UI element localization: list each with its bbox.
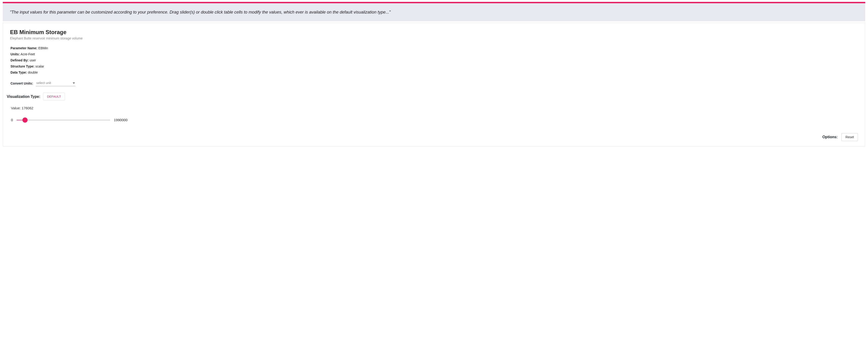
visualization-type-label: Visualization Type: — [7, 95, 40, 99]
meta-label: Data Type: — [10, 70, 27, 74]
value-label: Value: 176062 — [11, 106, 858, 110]
meta-label: Defined By: — [10, 58, 29, 62]
meta-value: Acre-Feet — [21, 52, 35, 56]
options-row: Options: Reset — [10, 133, 858, 141]
chevron-down-icon — [73, 83, 75, 84]
card-subtitle: Elephant Butte reservoir minimum storage… — [10, 36, 858, 40]
meta-label: Parameter Name: — [10, 46, 37, 50]
convert-row: Convert Units: select unit — [10, 80, 858, 86]
select-placeholder: select unit — [36, 81, 51, 85]
meta-value: scalar — [35, 64, 44, 68]
value-prefix: Value: — [11, 106, 22, 110]
meta-label: Units: — [10, 52, 20, 56]
value-slider[interactable] — [17, 120, 110, 120]
slider-thumb[interactable] — [23, 118, 28, 123]
meta-value: EBMin — [38, 46, 48, 50]
instruction-banner: "The input values for this parameter can… — [3, 3, 865, 21]
convert-units-select[interactable]: select unit — [36, 80, 75, 86]
reset-button[interactable]: Reset — [841, 133, 858, 141]
slider-min-label: 0 — [11, 118, 13, 122]
meta-label: Structure Type: — [10, 64, 34, 68]
meta-row-units: Units: Acre-Feet — [10, 52, 858, 56]
options-label: Options: — [823, 135, 838, 139]
value-number: 176062 — [22, 106, 33, 110]
convert-units-label: Convert Units: — [10, 82, 33, 85]
meta-value: double — [28, 70, 38, 74]
meta-list: Parameter Name: EBMin Units: Acre-Feet D… — [10, 46, 858, 74]
card-title: EB Minimum Storage — [10, 29, 858, 35]
parameter-card: EB Minimum Storage Elephant Butte reserv… — [3, 23, 865, 147]
slider-max-label: 1990000 — [114, 118, 127, 122]
slider-rail — [17, 120, 110, 120]
meta-row-structure-type: Structure Type: scalar — [10, 64, 858, 68]
meta-value: user — [30, 58, 36, 62]
meta-row-defined-by: Defined By: user — [10, 58, 858, 62]
visualization-type-row: Visualization Type: Default — [7, 93, 858, 100]
visualization-default-button[interactable]: Default — [43, 93, 65, 100]
slider-row: 0 1990000 — [11, 118, 858, 122]
meta-row-data-type: Data Type: double — [10, 70, 858, 74]
instruction-text: "The input values for this parameter can… — [10, 10, 391, 14]
meta-row-parameter-name: Parameter Name: EBMin — [10, 46, 858, 50]
